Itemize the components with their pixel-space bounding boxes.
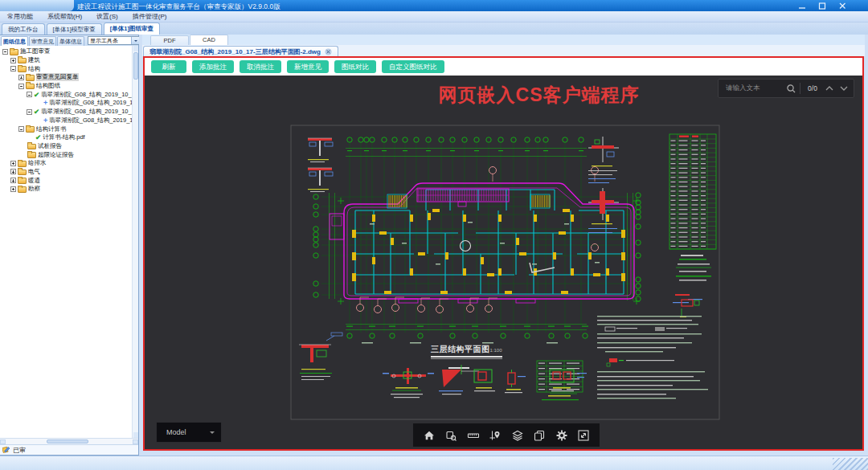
cad-viewport[interactable]: 网页嵌入CS客户端程序 请输入文本 0/0 三层结构平面图1:100 Model [145,76,862,449]
expand-icon[interactable] [10,186,16,192]
tree-row[interactable]: +翡翠湖别院_G08_结构_2019_10_1 [0,99,138,108]
tree-vertical-scrollbar[interactable] [132,46,138,438]
zoom-select-icon[interactable] [444,429,457,442]
cad-button-4[interactable]: 图纸对比 [334,60,376,73]
cad-button-2[interactable]: 取消批注 [240,60,281,73]
search-icon[interactable] [786,84,796,94]
model-space-select[interactable]: Model [156,422,222,443]
tree-row[interactable]: 勘察 [0,185,138,194]
search-next-icon[interactable] [837,84,850,92]
folder-icon [26,75,35,81]
scroll-right-icon[interactable] [133,439,138,444]
folder-icon [18,178,27,184]
measure-icon[interactable] [467,429,480,442]
folder-icon [18,58,27,64]
tree-row[interactable]: ✔翡翠湖别院_G08_结构_2019_10_17-| [0,108,138,116]
settings-icon[interactable] [555,429,568,442]
expand-icon[interactable] [10,169,16,174]
scroll-down-icon[interactable] [133,432,138,438]
collapse-icon[interactable] [2,49,8,55]
collapse-icon[interactable] [27,109,32,115]
scrollbar-thumb[interactable] [133,52,138,80]
tree-row[interactable]: 暖通 [0,176,138,185]
plus-icon: + [43,117,47,124]
search-input[interactable]: 请输入文本 [719,84,786,93]
main-tab-0[interactable]: 我的工作台 [2,23,45,35]
layers-icon[interactable] [511,429,524,442]
cad-drawing [145,76,862,449]
panel-tab-2[interactable]: 单体信息 [57,36,84,46]
tree-label: 电气 [28,168,40,176]
close-file-icon[interactable] [325,48,332,55]
scrollbar-thumb[interactable] [47,439,88,443]
menu-bar: 常用功能系统帮助(H)设置(S)插件管理(P) [0,11,868,22]
scroll-left-icon[interactable] [0,439,6,444]
document-area: PDF CAD 翡翠湖别院_G08_结构_2019_10_17-三层结构平面图-… [142,35,865,456]
scroll-up-icon[interactable] [133,46,138,51]
expand-icon[interactable] [10,178,16,183]
tree-row[interactable]: 给排水 [0,159,138,168]
tree-row[interactable]: 结构图纸 [0,82,138,91]
search-bar[interactable]: 请输入文本 0/0 [718,79,854,98]
panel-tab-1[interactable]: 审查意见 [29,36,56,46]
tree-row[interactable]: ✔翡翠湖别院_G08_结构_2019_10_17-三 [0,90,138,99]
folder-icon [18,186,27,193]
cad-button-5[interactable]: 自定义图纸对比 [382,60,444,73]
minimize-button[interactable] [796,2,809,10]
close-button[interactable] [836,2,849,10]
main-tab-2[interactable]: [单体1]图纸审查 [104,22,160,35]
resize-grip[interactable] [833,458,868,470]
collapse-icon[interactable] [18,126,24,132]
tree-horizontal-scrollbar[interactable] [0,438,138,444]
tree-label: 结构图纸 [36,82,60,90]
tree-label: 翡翠湖别院_G08_结构_2019_10_17-| [41,108,138,116]
menu-item-1[interactable]: 系统帮助(H) [40,11,89,22]
tree-label: 结构计算书 [36,125,67,133]
home-icon[interactable] [423,429,436,442]
folder-icon [18,161,27,167]
copy-icon[interactable] [533,429,546,442]
tree-row[interactable]: 试桩报告 [0,142,138,151]
tree-label: 施工图审查 [20,47,51,55]
tree-row[interactable]: 超限论证报告 [0,150,138,159]
collapse-icon[interactable] [18,84,24,89]
tab-cad[interactable]: CAD [190,35,228,45]
folder-icon [18,66,27,72]
tree-row[interactable]: ✔计算书-结构.pdf [0,133,138,142]
menu-item-3[interactable]: 插件管理(P) [125,11,174,22]
tree-row[interactable]: +翡翠湖别院_G08_结构_2019_10_1 [0,116,138,125]
maximize-button[interactable] [816,2,829,10]
fullscreen-icon[interactable] [577,429,590,442]
toolbar-visibility-select[interactable]: 显示工具条 [88,36,141,45]
panel-tab-0[interactable]: 图纸信息 [1,36,28,46]
main-tab-1[interactable]: [单体1]模型审查 [47,23,102,35]
title-bar: 建设工程设计施工图一体化审查服务平台（审查专家版）V2.9.0.0版 [0,0,868,11]
expand-icon[interactable] [10,58,16,63]
tree-label: 试桩报告 [38,142,62,150]
tree-row[interactable]: 建筑 [0,56,138,65]
cad-button-0[interactable]: 刷新 [151,60,186,73]
file-tab[interactable]: 翡翠湖别院_G08_结构_2019_10_17-三层结构平面图-2.dwg [143,46,338,56]
tree-row[interactable]: 电气 [0,168,138,177]
cad-button-3[interactable]: 新增意见 [287,60,329,73]
cad-toolbar: 刷新添加批注取消批注新增意见图纸对比自定义图纸对比 [145,58,862,76]
tree-row[interactable]: 结构 [0,64,138,73]
expand-icon[interactable] [10,161,16,166]
collapse-icon[interactable] [27,92,32,97]
window-status-bar [0,456,868,470]
search-prev-icon[interactable] [823,84,836,92]
menu-item-2[interactable]: 设置(S) [89,11,125,22]
review-status-text: 已审 [13,446,26,455]
check-icon: ✔ [34,92,39,98]
tree-row[interactable]: 审查意见回复单 [0,73,138,82]
expand-icon[interactable] [18,75,24,80]
tree-row[interactable]: 施工图审查 [0,47,138,56]
folder-icon [26,84,35,90]
cad-button-1[interactable]: 添加批注 [192,60,234,73]
tree-label: 超限论证报告 [38,151,74,159]
tab-pdf[interactable]: PDF [150,35,189,45]
collapse-icon[interactable] [10,66,16,72]
menu-item-0[interactable]: 常用功能 [0,11,40,22]
tree-row[interactable]: 结构计算书 [0,125,138,133]
pin-icon[interactable] [489,429,502,442]
